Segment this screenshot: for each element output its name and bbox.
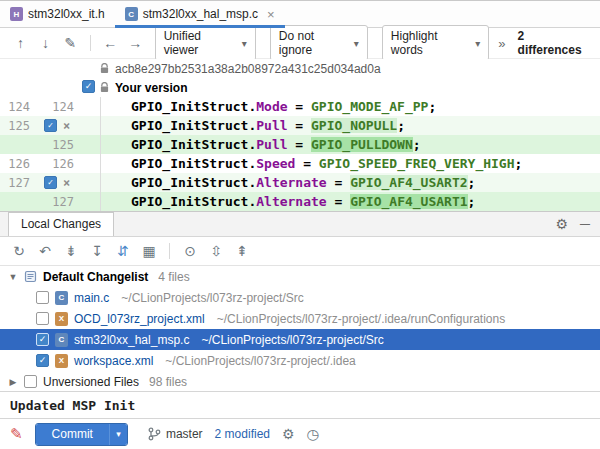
refresh-icon[interactable]: ↻ <box>8 240 30 262</box>
viewer-select[interactable]: Unified viewer ▾ <box>155 25 256 61</box>
expand-all-icon[interactable]: ⇳ <box>205 240 227 262</box>
viewer-select-value: Unified viewer <box>164 29 235 57</box>
changed-file-row[interactable]: C main.c ~/CLionProjects/l073rz-project/… <box>0 287 600 308</box>
git-branch-icon <box>148 427 161 441</box>
chevron-collapsed-icon[interactable]: ▶ <box>8 377 18 387</box>
changelist-row[interactable]: ▼ Default Changelist 4 files <box>0 266 600 287</box>
hide-panel-icon[interactable]: ─ <box>580 217 590 231</box>
changes-tree: ▼ Default Changelist 4 files C main.c ~/… <box>0 266 600 391</box>
file-checkbox[interactable] <box>36 291 49 304</box>
changelist-count: 4 files <box>158 270 189 284</box>
chevron-down-icon: ▾ <box>475 38 480 49</box>
file-checkbox[interactable]: ✓ <box>36 333 49 346</box>
lock-icon <box>100 63 109 74</box>
chevron-down-icon: ▾ <box>354 38 359 49</box>
xml-file-icon: X <box>55 354 68 368</box>
code-line: GPIO_InitStruct.Speed = GPIO_SPEED_FREQ_… <box>100 154 600 173</box>
local-changes-header: Local Changes ⚙ ─ <box>0 211 600 237</box>
shelve-icon[interactable]: ⇟ <box>60 240 82 262</box>
diff-line-unchanged: 124 124 GPIO_InitStruct.Mode = GPIO_MODE… <box>0 97 600 116</box>
c-file-icon: C <box>55 291 68 305</box>
unversioned-files-row[interactable]: ▶ Unversioned Files 98 files <box>0 371 600 391</box>
tab-label: stm32l0xx_hal_msp.c <box>143 7 258 21</box>
commit-message-history-icon[interactable]: ✎ <box>10 425 23 443</box>
next-difference-icon[interactable]: ↓ <box>35 32 56 54</box>
c-file-icon: C <box>125 7 138 21</box>
differences-count: 2 differences <box>518 29 588 57</box>
previous-difference-icon[interactable]: ↑ <box>10 32 31 54</box>
collapse-all-icon[interactable]: ⇞ <box>231 240 253 262</box>
gear-icon[interactable]: ⚙ <box>282 426 295 442</box>
unversioned-label: Unversioned Files <box>43 375 139 389</box>
changed-file-row[interactable]: X OCD_l073rz_project.xml ~/CLionProjects… <box>0 308 600 329</box>
changed-file-row-selected[interactable]: ✓ C stm32l0xx_hal_msp.c ~/CLionProjects/… <box>0 329 600 350</box>
include-all-checkbox[interactable]: ✓ <box>82 80 95 93</box>
code-line: GPIO_InitStruct.Pull = GPIO_PULLDOWN; <box>100 135 600 154</box>
rollback-icon[interactable]: ↶ <box>34 240 56 262</box>
diff-gutter: 127 <box>0 192 100 211</box>
diff-gutter: 125 ✓ × <box>0 116 100 135</box>
code-line: GPIO_InitStruct.Pull = GPIO_NOPULL; <box>100 116 600 135</box>
diff-line-removed: 125 ✓ × GPIO_InitStruct.Pull = GPIO_NOPU… <box>0 116 600 135</box>
lock-icon <box>100 82 109 93</box>
include-change-checkbox[interactable]: ✓ <box>44 119 57 132</box>
diff-gutter: 124 124 <box>0 97 100 116</box>
unversioned-checkbox[interactable] <box>24 375 37 388</box>
commit-button[interactable]: Commit <box>36 424 109 445</box>
back-icon[interactable]: ← <box>100 32 121 54</box>
include-change-checkbox[interactable]: ✓ <box>44 176 57 189</box>
file-checkbox[interactable]: ✓ <box>36 354 49 367</box>
file-name: stm32l0xx_hal_msp.c <box>74 333 189 347</box>
toolbar-overflow-icon[interactable]: » <box>498 36 505 51</box>
code-line: GPIO_InitStruct.Alternate = GPIO_AF4_USA… <box>100 192 600 211</box>
file-path: ~/CLionProjects/l073rz-project/Src <box>201 333 383 347</box>
group-by-icon[interactable]: ▦ <box>138 240 160 262</box>
diff-revision-header: acb8e297bb2531a38a2b08972a431c25d034ad0a… <box>0 59 600 97</box>
changed-file-row[interactable]: ✓ X workspace.xml ~/CLionProjects/l073rz… <box>0 350 600 371</box>
diff-gutter: 127 ✓ × <box>0 173 100 192</box>
rollback-change-icon[interactable]: × <box>63 177 70 189</box>
changelist-icon <box>24 270 37 283</box>
revision-row: acb8e297bb2531a38a2b08972a431c25d034ad0a <box>0 59 600 78</box>
highlight-select[interactable]: Highlight words ▾ <box>382 25 490 61</box>
file-name: workspace.xml <box>74 354 153 368</box>
commit-button-group: Commit ▾ <box>35 423 128 446</box>
modified-count-link[interactable]: 2 modified <box>215 427 270 441</box>
forward-icon[interactable]: → <box>125 32 146 54</box>
git-branch-widget[interactable]: master <box>148 427 203 441</box>
rollback-change-icon[interactable]: × <box>63 120 70 132</box>
code-line: GPIO_InitStruct.Alternate = GPIO_AF4_USA… <box>100 173 600 192</box>
vcs-toolbar: ↻ ↶ ⇟ ↧ ⇵ ▦ ⊙ ⇳ ⇞ <box>0 237 600 266</box>
file-name: OCD_l073rz_project.xml <box>74 312 205 326</box>
tab-stm32l0xx-hal-msp-c[interactable]: C stm32l0xx_hal_msp.c × <box>115 1 285 27</box>
diff-gutter: 125 <box>0 135 100 154</box>
preview-diff-icon[interactable]: ⊙ <box>179 240 201 262</box>
tab-local-changes[interactable]: Local Changes <box>8 212 114 236</box>
code-line: GPIO_InitStruct.Mode = GPIO_MODE_AF_PP; <box>100 97 600 116</box>
file-path: ~/CLionProjects/l073rz-project/.idea/run… <box>217 312 506 326</box>
diff-line-unchanged: 126 126 GPIO_InitStruct.Speed = GPIO_SPE… <box>0 154 600 173</box>
chevron-expanded-icon[interactable]: ▼ <box>8 272 18 282</box>
revision-hash: acb8e297bb2531a38a2b08972a431c25d034ad0a <box>115 62 381 76</box>
file-checkbox[interactable] <box>36 312 49 325</box>
changelist-name: Default Changelist <box>43 270 148 284</box>
close-icon[interactable]: × <box>267 8 275 21</box>
whitespace-select[interactable]: Do not ignore ▾ <box>270 25 368 61</box>
gear-icon[interactable]: ⚙ <box>556 217 569 231</box>
commit-bottom-bar: ✎ Commit ▾ master 2 modified ⚙ ◷ <box>0 418 600 449</box>
commit-dropdown-button[interactable]: ▾ <box>109 424 127 445</box>
history-clock-icon[interactable]: ◷ <box>307 426 319 442</box>
show-diff-icon[interactable]: ⇵ <box>112 240 134 262</box>
edit-source-icon[interactable]: ✎ <box>60 32 81 54</box>
toolbar-separator <box>90 35 91 51</box>
commit-message-input[interactable]: Updated MSP Init <box>0 391 600 418</box>
highlight-select-value: Highlight words <box>391 29 468 57</box>
import-patch-icon[interactable]: ↧ <box>86 240 108 262</box>
your-version-label: Your version <box>115 81 187 95</box>
file-path: ~/CLionProjects/l073rz-project/.idea <box>165 354 355 368</box>
diff-gutter: 126 126 <box>0 154 100 173</box>
diff-line-added: 127 GPIO_InitStruct.Alternate = GPIO_AF4… <box>0 192 600 211</box>
tab-stm32l0xx-it-h[interactable]: H stm32l0xx_it.h <box>0 1 115 27</box>
diff-toolbar: ↑ ↓ ✎ ← → Unified viewer ▾ Do not ignore… <box>0 28 600 59</box>
xml-file-icon: X <box>55 312 68 326</box>
